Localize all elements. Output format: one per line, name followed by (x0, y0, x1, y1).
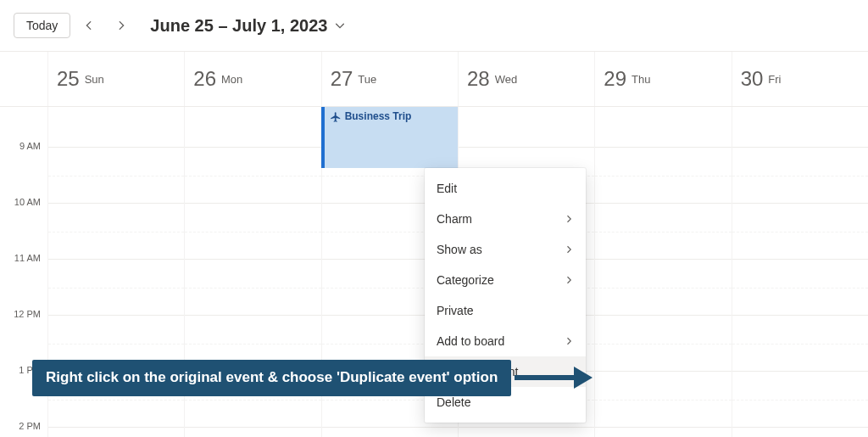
hour-cell[interactable] (185, 148, 320, 204)
hour-cell[interactable] (732, 316, 868, 372)
hour-cell[interactable] (732, 148, 868, 204)
time-slot: 10 AM (0, 204, 47, 260)
day-number: 28 (467, 67, 490, 90)
menu-label: Categorize (437, 273, 494, 287)
allday-row (185, 107, 320, 148)
day-header-fri[interactable]: 30Fri (732, 52, 868, 106)
chevron-down-icon (334, 20, 346, 31)
day-header-mon[interactable]: 26Mon (184, 52, 320, 106)
menu-item-edit[interactable]: Edit (425, 173, 586, 204)
menu-item-show-as[interactable]: Show as (425, 234, 586, 265)
day-header-wed[interactable]: 28Wed (458, 52, 594, 106)
menu-label: Add to board (437, 334, 504, 348)
chevron-right-icon (564, 275, 574, 285)
hour-cell[interactable] (185, 428, 320, 437)
hour-cell[interactable] (595, 204, 731, 260)
time-slot: 11 AM (0, 260, 47, 316)
menu-item-add-to-board[interactable]: Add to board (425, 326, 586, 356)
hour-cell[interactable] (185, 204, 320, 260)
time-label: 2 PM (19, 421, 41, 431)
hour-cell[interactable] (48, 148, 184, 204)
next-week-button[interactable] (108, 12, 135, 39)
day-number: 27 (331, 67, 353, 90)
toolbar: Today June 25 – July 1, 2023 (0, 0, 868, 52)
hour-cell[interactable] (459, 428, 594, 437)
menu-item-private[interactable]: Private (425, 295, 586, 326)
day-header-sun[interactable]: 25Sun (47, 52, 184, 106)
time-slot: 2 PM (0, 428, 47, 437)
hour-cell[interactable] (732, 372, 868, 428)
time-slot: 9 AM (0, 148, 47, 204)
allday-row (732, 107, 868, 148)
hour-cell[interactable] (732, 204, 868, 260)
time-label: 11 AM (14, 253, 41, 263)
day-header-thu[interactable]: 29Thu (594, 52, 731, 106)
day-name: Fri (768, 73, 781, 86)
date-range-text: June 25 – July 1, 2023 (150, 16, 327, 36)
day-name: Tue (358, 73, 376, 86)
day-header-tue[interactable]: 27Tue (321, 52, 458, 106)
day-number: 26 (193, 67, 216, 90)
hour-cell[interactable] (732, 428, 868, 437)
day-number: 29 (604, 67, 626, 90)
day-name: Sun (85, 73, 104, 86)
hour-cell[interactable] (322, 428, 458, 437)
hour-cell[interactable] (595, 372, 731, 428)
arrow-right-icon (515, 365, 593, 390)
allday-row (595, 107, 731, 148)
time-label: 9 AM (19, 141, 41, 151)
day-name: Thu (632, 73, 650, 86)
today-button[interactable]: Today (14, 13, 70, 38)
chevron-right-icon (564, 244, 574, 255)
menu-label: Edit (437, 182, 457, 195)
allday-row (459, 107, 594, 148)
chevron-right-icon (115, 20, 127, 31)
event-business-trip[interactable]: Business Trip (321, 107, 458, 168)
event-title: Business Trip (345, 110, 412, 122)
hour-cell[interactable] (48, 204, 184, 260)
menu-label: Delete (437, 395, 470, 409)
menu-label: Charm (437, 212, 472, 226)
instruction-callout: Right click on the original event & choo… (32, 360, 593, 396)
hour-cell[interactable] (732, 260, 868, 316)
menu-item-categorize[interactable]: Categorize (425, 265, 586, 295)
time-label: 10 AM (14, 197, 41, 207)
chevron-right-icon (564, 336, 574, 346)
day-name: Mon (221, 73, 242, 86)
hour-cell[interactable] (595, 316, 731, 372)
day-number: 30 (741, 67, 764, 90)
allday-row (48, 107, 184, 148)
airplane-icon (330, 111, 342, 123)
prev-week-button[interactable] (75, 12, 103, 39)
day-name: Wed (495, 73, 518, 86)
hour-cell[interactable] (595, 148, 731, 204)
menu-label: Show as (437, 243, 482, 256)
time-label: 12 PM (14, 309, 41, 319)
menu-label: Private (437, 304, 474, 317)
svg-marker-1 (574, 367, 593, 389)
chevron-right-icon (564, 214, 574, 224)
hour-cell[interactable] (595, 428, 731, 437)
day-headers-row: 25Sun 26Mon 27Tue 28Wed 29Thu 30Fri (0, 52, 868, 107)
date-range-picker[interactable]: June 25 – July 1, 2023 (150, 16, 346, 36)
day-number: 25 (57, 67, 80, 90)
hour-cell[interactable] (48, 260, 184, 316)
day-column[interactable] (594, 107, 731, 437)
hour-cell[interactable] (595, 260, 731, 316)
chevron-left-icon (83, 20, 95, 31)
hour-cell[interactable] (185, 260, 320, 316)
callout-text: Right click on the original event & choo… (32, 360, 511, 396)
menu-item-charm[interactable]: Charm (425, 204, 586, 234)
day-column[interactable] (732, 107, 868, 437)
hour-cell[interactable] (48, 428, 184, 437)
